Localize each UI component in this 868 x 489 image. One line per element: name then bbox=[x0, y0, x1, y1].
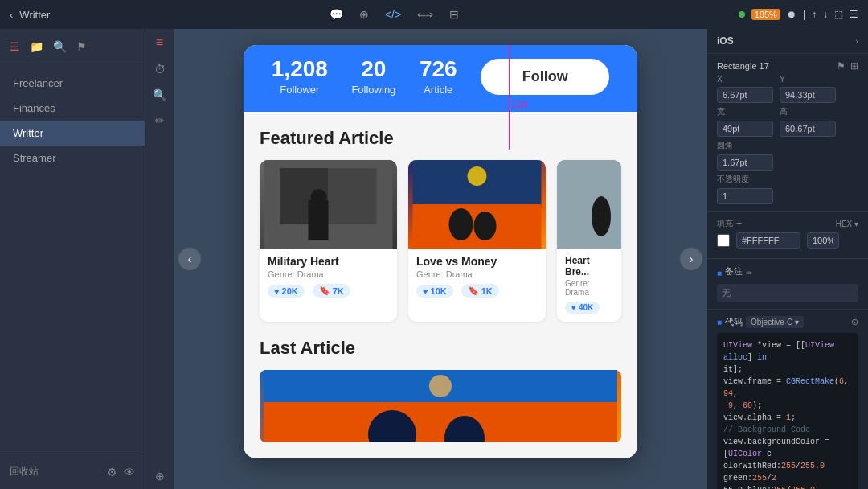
width-input[interactable] bbox=[717, 121, 773, 137]
opacity-input[interactable] bbox=[717, 188, 773, 204]
guide-label: 21pt bbox=[512, 100, 527, 109]
svg-rect-3 bbox=[309, 200, 329, 240]
flag-icon-rp[interactable]: ⚑ bbox=[837, 60, 845, 72]
layers-icon-bar[interactable]: ≡ bbox=[156, 35, 163, 50]
left-sidebar: ☰ 📁 🔍 ⚑ Freelancer Finances Writter Stre… bbox=[0, 29, 145, 489]
fill-color-input[interactable] bbox=[736, 232, 800, 249]
likes-pill-1: ♥ 20K bbox=[268, 285, 305, 298]
bookmark-icon-1: 🔖 bbox=[319, 286, 330, 296]
article-genre-3: Genre: Drama bbox=[565, 279, 613, 297]
sidebar-nav: Freelancer Finances Writter Streamer bbox=[0, 64, 145, 454]
add-fill-icon[interactable]: + bbox=[736, 218, 742, 229]
heart-icon-1: ♥ bbox=[274, 286, 280, 296]
code-icon[interactable]: </> bbox=[385, 8, 401, 21]
zoom-icon[interactable]: 🔍 bbox=[153, 88, 166, 101]
phone-frame: 21pt 1,208 Follower 20 Following 726 Art… bbox=[244, 45, 637, 458]
code-block: UIView *view = [[UIView alloc] in it]; v… bbox=[717, 333, 858, 489]
profile-header: 1,208 Follower 20 Following 726 Article … bbox=[244, 45, 637, 112]
bookmark-icon[interactable]: ⊟ bbox=[449, 8, 459, 21]
following-count: 20 bbox=[351, 58, 395, 80]
article-card-1[interactable]: Military Heart Genre: Drama ♥ 20K 🔖 7K bbox=[260, 160, 397, 322]
article-card-2[interactable]: Love vs Money Genre: Drama ♥ 10K 🔖 1K bbox=[408, 160, 546, 322]
rp-element-section: Rectangle 17 ⚑ ⊞ X Y 宽 bbox=[707, 54, 868, 212]
code-section: ■ 代码 Objective-C ▾ ⊙ UIView *view = [[UI… bbox=[707, 310, 868, 489]
divider: | bbox=[803, 9, 805, 20]
folder-icon[interactable]: 📁 bbox=[30, 40, 43, 53]
canvas-next-btn[interactable]: › bbox=[680, 248, 702, 270]
last-article-title: Last Article bbox=[260, 338, 621, 359]
y-input[interactable] bbox=[780, 87, 836, 103]
wh-row: 宽 高 bbox=[717, 106, 858, 137]
settings-icon[interactable]: ⚙ bbox=[107, 466, 117, 479]
sidebar-toolbar: ☰ 📁 🔍 ⚑ bbox=[0, 29, 145, 64]
heart-icon-2: ♥ bbox=[423, 286, 428, 296]
article-card-3[interactable]: Heart Bre... Genre: Drama ♥ 40K bbox=[557, 160, 621, 322]
featured-title: Featured Article bbox=[260, 128, 621, 149]
fill-opacity-input[interactable] bbox=[807, 232, 839, 249]
upload-icon[interactable]: ↑ bbox=[812, 9, 817, 20]
canvas-prev-btn[interactable]: ‹ bbox=[178, 248, 201, 270]
sidebar-item-freelancer[interactable]: Freelancer bbox=[0, 71, 145, 96]
zoom-level: 185% bbox=[751, 9, 780, 20]
following-label: Following bbox=[351, 84, 395, 96]
location-icon[interactable]: ⊕ bbox=[359, 8, 369, 21]
article-stat: 726 Article bbox=[420, 58, 457, 96]
likes-pill-3: ♥ 40K bbox=[565, 302, 600, 314]
last-article-image bbox=[260, 370, 621, 442]
pencil-icon[interactable]: ✏ bbox=[155, 114, 165, 127]
element-icons: ⚑ ⊞ bbox=[837, 60, 858, 72]
history-icon[interactable]: ⏱ bbox=[154, 63, 166, 76]
layers-icon[interactable]: ☰ bbox=[10, 40, 20, 53]
article-info-3: Heart Bre... Genre: Drama ♥ 40K bbox=[557, 249, 621, 322]
articles-row: Military Heart Genre: Drama ♥ 20K 🔖 7K bbox=[260, 160, 621, 322]
record-icon[interactable]: ⏺ bbox=[787, 9, 796, 20]
copy-code-icon[interactable]: ⊙ bbox=[851, 317, 858, 327]
top-bar-right: 185% ⏺ | ↑ ↓ ⬚ ☰ bbox=[739, 9, 858, 20]
download-icon[interactable]: ↓ bbox=[823, 9, 828, 20]
window-icon[interactable]: ⬚ bbox=[834, 9, 843, 20]
back-arrow[interactable]: ‹ bbox=[10, 9, 13, 21]
bookmarks-pill-1: 🔖 7K bbox=[313, 284, 350, 298]
sidebar-item-writter[interactable]: Writter bbox=[0, 121, 145, 146]
article-title-2: Love vs Money bbox=[416, 255, 538, 268]
xy-row: X Y bbox=[717, 75, 858, 103]
height-input[interactable] bbox=[780, 121, 836, 137]
svg-point-8 bbox=[449, 208, 473, 240]
menu-icon[interactable]: ☰ bbox=[850, 9, 858, 20]
sidebar-bottom: 回收站 ⚙ 👁 bbox=[0, 454, 145, 489]
svg-point-9 bbox=[474, 212, 497, 240]
notes-content: 无 bbox=[717, 284, 858, 302]
follow-button[interactable]: Follow bbox=[481, 59, 609, 95]
rp-header: iOS › bbox=[707, 29, 868, 54]
eye-icon[interactable]: 👁 bbox=[124, 466, 135, 479]
icon-bar: ≡ ⏱ 🔍 ✏ ⊕ bbox=[145, 29, 174, 489]
fill-label: 填充 bbox=[717, 218, 733, 229]
search-icon[interactable]: 🔍 bbox=[53, 40, 67, 53]
radius-input[interactable] bbox=[717, 154, 773, 171]
svg-point-4 bbox=[311, 189, 327, 205]
app-title: Writter bbox=[19, 9, 50, 21]
grid-icon-rp[interactable]: ⊞ bbox=[850, 60, 858, 72]
code-lang-selector[interactable]: Objective-C ▾ bbox=[746, 316, 804, 328]
follower-count: 1,208 bbox=[272, 58, 328, 80]
sidebar-item-streamer[interactable]: Streamer bbox=[0, 146, 145, 171]
article-title-1: Military Heart bbox=[268, 255, 389, 268]
svg-point-14 bbox=[429, 375, 452, 397]
edit-notes-icon[interactable]: ✏ bbox=[746, 269, 752, 277]
rp-arrow[interactable]: › bbox=[855, 36, 858, 46]
bookmark-icon-2: 🔖 bbox=[468, 286, 479, 296]
transform-icon[interactable]: ⟺ bbox=[417, 8, 433, 21]
flag-icon[interactable]: ⚑ bbox=[76, 40, 87, 53]
comment-icon[interactable]: 💬 bbox=[330, 8, 343, 21]
fill-color-swatch[interactable] bbox=[717, 234, 730, 247]
main-area: ☰ 📁 🔍 ⚑ Freelancer Finances Writter Stre… bbox=[0, 29, 868, 489]
notes-section: ■ 备注 ✏ 无 bbox=[707, 259, 868, 310]
sidebar-item-finances[interactable]: Finances bbox=[0, 96, 145, 121]
article-stats-3: ♥ 40K bbox=[565, 302, 613, 314]
content-area: Featured Article bbox=[244, 112, 637, 458]
bookmarks-pill-2: 🔖 1K bbox=[461, 284, 499, 298]
last-article-svg bbox=[260, 370, 621, 442]
element-name: Rectangle 17 bbox=[717, 61, 769, 71]
plugin-icon[interactable]: ⊕ bbox=[155, 470, 165, 483]
x-input[interactable] bbox=[717, 87, 773, 103]
